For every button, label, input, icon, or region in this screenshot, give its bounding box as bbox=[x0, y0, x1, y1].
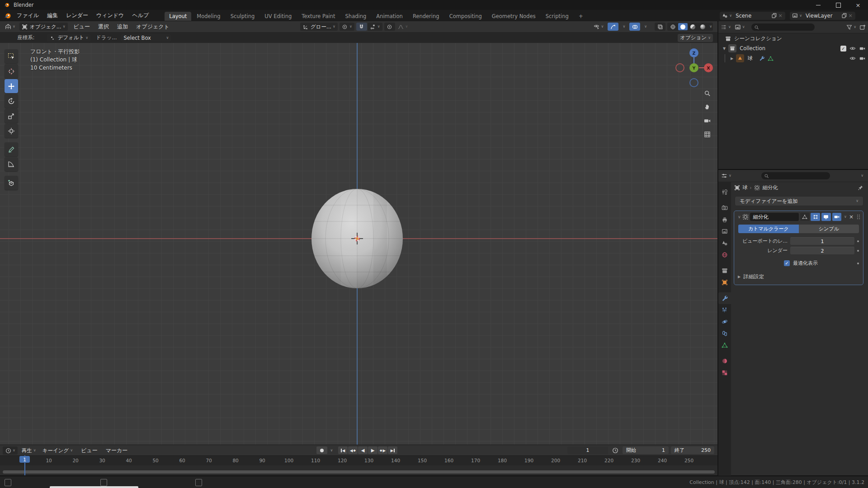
new-scene-icon[interactable] bbox=[771, 13, 777, 19]
toggle-realtime[interactable] bbox=[821, 213, 831, 221]
snap-settings-dropdown[interactable]: ∨ bbox=[368, 23, 382, 31]
perspective-toggle-button[interactable] bbox=[702, 129, 712, 139]
outliner-search-input[interactable] bbox=[751, 23, 815, 31]
pan-button[interactable] bbox=[702, 102, 712, 112]
remove-viewlayer-icon[interactable]: × bbox=[847, 13, 854, 19]
show-overlays-toggle[interactable] bbox=[629, 23, 640, 31]
jump-to-end-button[interactable]: ▶ bbox=[388, 446, 397, 454]
tab-shading[interactable]: Shading bbox=[341, 12, 371, 21]
pivot-default-dropdown[interactable]: デフォルト ∨ bbox=[47, 34, 90, 42]
outliner-row-collection[interactable]: ▼ Collection ✓ bbox=[718, 43, 868, 53]
new-viewlayer-icon[interactable] bbox=[841, 13, 847, 19]
minimize-button[interactable] bbox=[808, 0, 828, 10]
tab-tool[interactable] bbox=[718, 186, 731, 198]
timeline-ruler[interactable]: 1020304050607080901001101201301401501601… bbox=[0, 455, 717, 466]
timeline-menu-marker[interactable]: マーカー bbox=[102, 447, 132, 455]
xray-toggle[interactable] bbox=[655, 23, 665, 31]
breadcrumb-modifier[interactable]: 細分化 bbox=[763, 184, 778, 191]
gizmo-axis-z-neg[interactable] bbox=[689, 78, 698, 87]
properties-search-input[interactable] bbox=[761, 172, 830, 179]
tool-measure[interactable] bbox=[5, 157, 18, 171]
menu-window[interactable]: ウィンドウ bbox=[92, 12, 128, 19]
collapse-arrow-icon[interactable]: ▶ bbox=[731, 56, 733, 61]
tool-cursor[interactable] bbox=[5, 64, 18, 78]
start-frame-field[interactable]: 開始1 bbox=[623, 446, 669, 454]
tab-sculpting[interactable]: Sculpting bbox=[226, 12, 259, 21]
modifier-extras-icon[interactable]: ∨ bbox=[844, 215, 847, 219]
menu-help[interactable]: ヘルプ bbox=[128, 12, 153, 19]
playhead-frame-badge[interactable]: 1 bbox=[19, 456, 30, 463]
add-workspace-button[interactable]: + bbox=[574, 12, 588, 21]
toggle-edit-mode[interactable] bbox=[811, 213, 820, 221]
tool-select-box[interactable] bbox=[5, 49, 18, 63]
filter-icon[interactable] bbox=[846, 24, 852, 30]
properties-editor-icon[interactable] bbox=[721, 173, 727, 179]
keying-menu[interactable]: キーイング∨ bbox=[40, 446, 75, 455]
modifier-name-field[interactable]: 細分化 bbox=[750, 213, 799, 221]
shading-rendered-button[interactable] bbox=[698, 23, 708, 30]
tab-compositing[interactable]: Compositing bbox=[445, 12, 486, 21]
toggle-on-cage[interactable] bbox=[800, 213, 810, 221]
gizmo-axis-x-neg[interactable] bbox=[675, 63, 684, 72]
show-gizmo-toggle[interactable] bbox=[608, 23, 618, 31]
eye-icon[interactable] bbox=[849, 55, 856, 61]
timeline-menu-view[interactable]: ビュー bbox=[77, 447, 102, 455]
tab-modeling[interactable]: Modeling bbox=[192, 12, 225, 21]
delete-modifier-icon[interactable]: × bbox=[849, 214, 854, 220]
tab-output[interactable] bbox=[718, 214, 731, 225]
tool-move[interactable] bbox=[5, 79, 18, 93]
tool-add-cube[interactable] bbox=[5, 176, 18, 190]
end-frame-field[interactable]: 終了250 bbox=[671, 446, 714, 454]
tool-transform[interactable] bbox=[5, 124, 18, 138]
timeline-tracks[interactable] bbox=[0, 465, 717, 475]
gizmo-dropdown[interactable]: ∨ bbox=[619, 23, 627, 31]
eye-icon[interactable] bbox=[849, 45, 856, 52]
viewport-menu-object[interactable]: オブジェクト bbox=[132, 23, 174, 31]
collection-checkbox[interactable]: ✓ bbox=[840, 46, 846, 52]
next-keyframe-button[interactable]: ◆▶ bbox=[378, 446, 387, 454]
jump-to-start-button[interactable]: ◀ bbox=[338, 446, 348, 454]
snap-toggle[interactable] bbox=[356, 23, 367, 31]
render-levels-field[interactable]: 2 bbox=[790, 247, 854, 254]
menu-edit[interactable]: 編集 bbox=[43, 12, 62, 19]
pin-icon[interactable] bbox=[857, 184, 863, 191]
mode-selector[interactable]: オブジェク... ∨ bbox=[19, 23, 68, 31]
tab-object[interactable] bbox=[718, 277, 731, 288]
camera-restrict-icon[interactable] bbox=[859, 45, 865, 52]
preview-range-clock-icon[interactable] bbox=[612, 447, 618, 454]
add-modifier-button[interactable]: モディファイアーを追加 ∨ bbox=[735, 196, 863, 206]
unlink-scene-icon[interactable]: × bbox=[777, 13, 783, 19]
tab-geometry-nodes[interactable]: Geometry Nodes bbox=[487, 12, 540, 21]
menu-render[interactable]: レンダー bbox=[62, 12, 92, 19]
close-button[interactable]: × bbox=[848, 0, 868, 10]
animate-dot[interactable] bbox=[857, 250, 859, 252]
tab-particles[interactable] bbox=[718, 304, 731, 316]
tab-collection[interactable] bbox=[718, 265, 731, 277]
tab-world[interactable] bbox=[718, 249, 731, 261]
shading-solid-button[interactable] bbox=[678, 23, 688, 30]
camera-view-button[interactable] bbox=[702, 116, 712, 126]
animate-dot[interactable] bbox=[857, 240, 859, 242]
new-collection-icon[interactable] bbox=[859, 24, 866, 30]
tab-layout[interactable]: Layout bbox=[165, 12, 191, 21]
select-box-dropdown[interactable]: Select Box ∨ bbox=[121, 34, 171, 42]
expand-arrow-icon[interactable]: ▼ bbox=[723, 47, 726, 51]
proportional-falloff-dropdown[interactable]: ∨ bbox=[396, 23, 410, 31]
playback-menu[interactable]: 再生∨ bbox=[19, 446, 38, 455]
tab-view-layer[interactable] bbox=[718, 225, 731, 237]
previous-keyframe-button[interactable]: ◀◆ bbox=[348, 446, 358, 454]
shading-dropdown-icon[interactable]: ∨ bbox=[709, 25, 712, 28]
outliner-row-object[interactable]: ▶ 球 bbox=[718, 53, 868, 63]
properties-options-icon[interactable]: ∨ bbox=[861, 174, 863, 178]
display-mode-icon[interactable] bbox=[735, 24, 741, 30]
shading-wireframe-button[interactable] bbox=[668, 23, 678, 30]
current-frame-field[interactable]: 1 bbox=[567, 446, 608, 454]
viewport-canvas[interactable]: フロント・平行投影 (1) Collection | 球 10 Centimet… bbox=[0, 43, 717, 445]
gizmo-axis-y[interactable]: Y bbox=[689, 63, 698, 72]
tab-object-data[interactable] bbox=[718, 339, 731, 351]
pivot-dropdown[interactable]: ∨ bbox=[340, 23, 354, 31]
timeline-editor-selector[interactable]: ∨ bbox=[3, 446, 18, 455]
blender-menu-icon[interactable] bbox=[3, 12, 13, 20]
viewport-menu-add[interactable]: 追加 bbox=[113, 23, 132, 31]
tab-material[interactable] bbox=[718, 355, 731, 367]
